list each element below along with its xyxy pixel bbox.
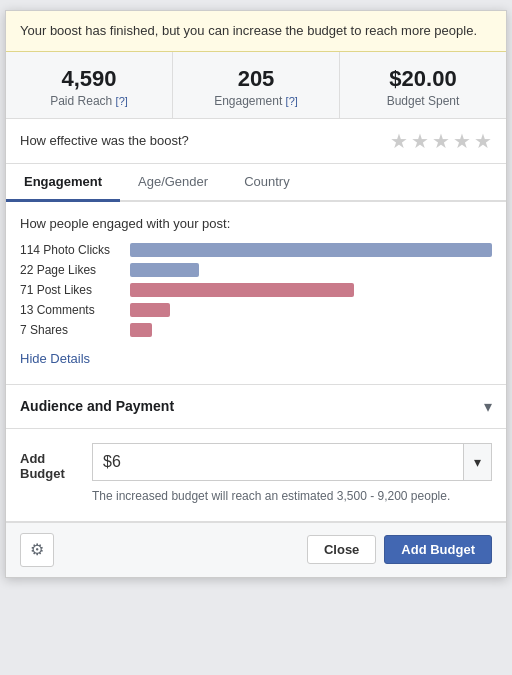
audience-header[interactable]: Audience and Payment ▾ — [6, 385, 506, 428]
bar-row-4: 7 Shares — [20, 323, 492, 337]
engagement-section: How people engaged with your post: 114 P… — [6, 202, 506, 385]
paid-reach-label: Paid Reach [?] — [14, 94, 164, 108]
bar-row-3: 13 Comments — [20, 303, 492, 317]
banner-text: Your boost has finished, but you can inc… — [20, 23, 477, 38]
rating-question: How effective was the boost? — [20, 133, 189, 148]
star-2[interactable]: ★ — [411, 129, 429, 153]
bar-label-1: 22 Page Likes — [20, 263, 130, 277]
star-1[interactable]: ★ — [390, 129, 408, 153]
bar-label-4: 7 Shares — [20, 323, 130, 337]
add-budget-button[interactable]: Add Budget — [384, 535, 492, 564]
budget-input-field[interactable] — [93, 445, 463, 479]
bar-label-2: 71 Post Likes — [20, 283, 130, 297]
bar-container-1 — [130, 263, 492, 277]
bar-container-0 — [130, 243, 492, 257]
star-5[interactable]: ★ — [474, 129, 492, 153]
modal-container: Your boost has finished, but you can inc… — [5, 10, 507, 578]
bar-row-2: 71 Post Likes — [20, 283, 492, 297]
tab-age-gender[interactable]: Age/Gender — [120, 164, 226, 202]
engagement-help[interactable]: [?] — [286, 95, 298, 107]
paid-reach-help[interactable]: [?] — [116, 95, 128, 107]
star-rating[interactable]: ★ ★ ★ ★ ★ — [390, 129, 492, 153]
stat-budget-spent: $20.00 Budget Spent — [340, 52, 506, 118]
banner: Your boost has finished, but you can inc… — [6, 11, 506, 52]
paid-reach-value: 4,590 — [14, 66, 164, 92]
bar-row-1: 22 Page Likes — [20, 263, 492, 277]
rating-row: How effective was the boost? ★ ★ ★ ★ ★ — [6, 119, 506, 164]
bar-container-2 — [130, 283, 492, 297]
bar-label-0: 114 Photo Clicks — [20, 243, 130, 257]
bar-row-0: 114 Photo Clicks — [20, 243, 492, 257]
budget-spent-value: $20.00 — [348, 66, 498, 92]
budget-spent-label: Budget Spent — [348, 94, 498, 108]
bars-container: 114 Photo Clicks22 Page Likes71 Post Lik… — [20, 243, 492, 337]
dropdown-arrow-icon: ▾ — [474, 454, 481, 470]
footer-actions: Close Add Budget — [307, 535, 492, 564]
budget-input-container: ▾ — [92, 443, 492, 481]
budget-hint: The increased budget will reach an estim… — [92, 487, 492, 505]
budget-dropdown-button[interactable]: ▾ — [463, 444, 491, 480]
bar-fill-1 — [130, 263, 199, 277]
audience-section: Audience and Payment ▾ — [6, 385, 506, 429]
gear-button[interactable]: ⚙ — [20, 533, 54, 567]
chevron-down-icon: ▾ — [484, 397, 492, 416]
bar-fill-0 — [130, 243, 492, 257]
stat-paid-reach: 4,590 Paid Reach [?] — [6, 52, 173, 118]
hide-details-link[interactable]: Hide Details — [20, 343, 492, 378]
budget-input-wrap: ▾ The increased budget will reach an est… — [92, 443, 492, 505]
audience-title: Audience and Payment — [20, 398, 174, 414]
close-button[interactable]: Close — [307, 535, 376, 564]
gear-icon: ⚙ — [30, 540, 44, 559]
tabs: Engagement Age/Gender Country — [6, 164, 506, 202]
budget-section: AddBudget ▾ The increased budget will re… — [6, 429, 506, 522]
budget-row: AddBudget ▾ The increased budget will re… — [20, 443, 492, 505]
stat-engagement: 205 Engagement [?] — [173, 52, 340, 118]
engagement-value: 205 — [181, 66, 331, 92]
tab-engagement[interactable]: Engagement — [6, 164, 120, 202]
star-3[interactable]: ★ — [432, 129, 450, 153]
star-4[interactable]: ★ — [453, 129, 471, 153]
bar-fill-2 — [130, 283, 354, 297]
engagement-label: Engagement [?] — [181, 94, 331, 108]
bar-container-4 — [130, 323, 492, 337]
bar-label-3: 13 Comments — [20, 303, 130, 317]
bar-fill-4 — [130, 323, 152, 337]
engagement-section-title: How people engaged with your post: — [20, 216, 492, 231]
footer: ⚙ Close Add Budget — [6, 522, 506, 577]
tab-country[interactable]: Country — [226, 164, 308, 202]
bar-container-3 — [130, 303, 492, 317]
stats-row: 4,590 Paid Reach [?] 205 Engagement [?] … — [6, 52, 506, 119]
bar-fill-3 — [130, 303, 170, 317]
budget-label: AddBudget — [20, 443, 80, 481]
